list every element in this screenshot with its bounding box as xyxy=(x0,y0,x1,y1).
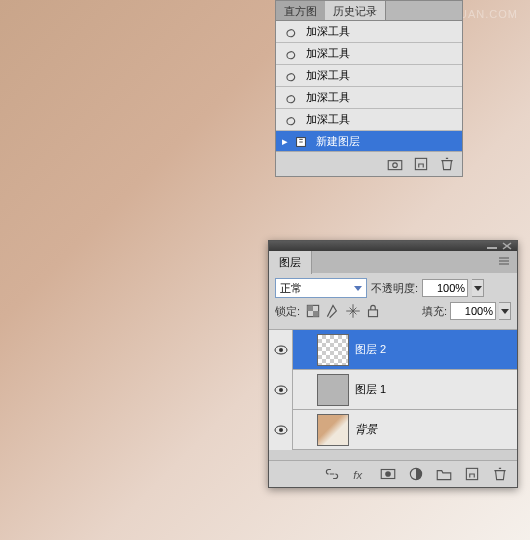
layer-row-selected[interactable]: 图层 2 xyxy=(269,330,517,370)
tab-history[interactable]: 历史记录 xyxy=(325,1,386,20)
visibility-toggle[interactable] xyxy=(269,330,293,370)
chevron-down-icon xyxy=(354,286,362,291)
layer-thumbnail[interactable] xyxy=(317,374,349,406)
layers-tabs: 图层 xyxy=(269,251,517,273)
layer-link-area xyxy=(293,330,311,370)
history-item[interactable]: 加深工具 xyxy=(276,21,462,43)
history-footer xyxy=(276,151,462,176)
svg-rect-6 xyxy=(487,247,497,249)
visibility-toggle[interactable] xyxy=(269,370,293,410)
lock-pixels-icon[interactable] xyxy=(324,303,342,319)
blend-mode-select[interactable]: 正常 xyxy=(275,278,367,298)
trash-icon[interactable] xyxy=(491,466,509,482)
history-item[interactable]: 加深工具 xyxy=(276,43,462,65)
history-item-label: 加深工具 xyxy=(306,112,350,127)
svg-rect-13 xyxy=(369,310,378,317)
history-item[interactable]: 加深工具 xyxy=(276,65,462,87)
fill-input[interactable]: 100% xyxy=(450,302,496,320)
svg-point-17 xyxy=(279,388,283,392)
new-layer-icon xyxy=(292,134,310,150)
layer-row[interactable]: 图层 1 xyxy=(269,370,517,410)
visibility-toggle[interactable] xyxy=(269,410,293,450)
history-tabs: 直方图 历史记录 xyxy=(276,1,462,21)
layer-link-area xyxy=(293,410,311,450)
svg-point-15 xyxy=(279,348,283,352)
lock-all-icon[interactable] xyxy=(364,303,382,319)
history-list: 加深工具 加深工具 加深工具 加深工具 加深工具 ▸ 新建图层 xyxy=(276,21,462,151)
burn-tool-icon xyxy=(282,46,300,62)
history-item[interactable]: 加深工具 xyxy=(276,109,462,131)
layers-footer: fx xyxy=(269,460,517,487)
new-group-icon[interactable] xyxy=(435,466,453,482)
chevron-down-icon xyxy=(474,286,482,291)
layers-titlebar[interactable] xyxy=(269,241,517,251)
history-item-label: 加深工具 xyxy=(306,68,350,83)
layer-name[interactable]: 背景 xyxy=(355,422,377,437)
layer-name[interactable]: 图层 2 xyxy=(355,342,386,357)
layer-mask-icon[interactable] xyxy=(379,466,397,482)
layer-thumbnail[interactable] xyxy=(317,414,349,446)
opacity-slider-toggle[interactable] xyxy=(472,279,484,297)
blend-mode-value: 正常 xyxy=(280,281,302,296)
lock-label: 锁定: xyxy=(275,304,300,319)
panel-menu-icon[interactable] xyxy=(491,255,517,269)
burn-tool-icon xyxy=(282,24,300,40)
fill-label: 填充: xyxy=(422,304,447,319)
minimize-icon[interactable] xyxy=(486,242,498,250)
opacity-label: 不透明度: xyxy=(371,281,418,296)
burn-tool-icon xyxy=(282,68,300,84)
history-item[interactable]: 加深工具 xyxy=(276,87,462,109)
svg-rect-11 xyxy=(307,305,313,311)
new-layer-icon[interactable] xyxy=(463,466,481,482)
history-item-label: 加深工具 xyxy=(306,24,350,39)
history-item-label: 加深工具 xyxy=(306,46,350,61)
layers-list: 图层 2 图层 1 背景 xyxy=(269,330,517,460)
history-item-label: 新建图层 xyxy=(316,134,360,149)
svg-point-22 xyxy=(385,471,391,477)
layer-thumbnail[interactable] xyxy=(317,334,349,366)
svg-rect-12 xyxy=(313,311,319,317)
link-layers-icon[interactable] xyxy=(323,466,341,482)
svg-point-19 xyxy=(279,428,283,432)
new-state-icon[interactable] xyxy=(412,156,430,172)
lock-transparency-icon[interactable] xyxy=(304,303,322,319)
layers-panel: 图层 正常 不透明度: 100% 锁定: 填充: 100% xyxy=(268,240,518,488)
layer-row[interactable]: 背景 xyxy=(269,410,517,450)
history-item-label: 加深工具 xyxy=(306,90,350,105)
lock-position-icon[interactable] xyxy=(344,303,362,319)
chevron-down-icon xyxy=(501,309,509,314)
layer-link-area xyxy=(293,370,311,410)
burn-tool-icon xyxy=(282,112,300,128)
trash-icon[interactable] xyxy=(438,156,456,172)
tab-layers[interactable]: 图层 xyxy=(269,251,312,274)
history-item-selected[interactable]: ▸ 新建图层 xyxy=(276,131,462,151)
layers-controls: 正常 不透明度: 100% 锁定: 填充: 100% xyxy=(269,273,517,330)
layer-name[interactable]: 图层 1 xyxy=(355,382,386,397)
fill-slider-toggle[interactable] xyxy=(499,302,511,320)
tab-histogram[interactable]: 直方图 xyxy=(276,1,325,20)
adjustment-layer-icon[interactable] xyxy=(407,466,425,482)
opacity-input[interactable]: 100% xyxy=(422,279,468,297)
layer-style-icon[interactable]: fx xyxy=(351,466,369,482)
current-state-marker: ▸ xyxy=(282,135,292,148)
snapshot-icon[interactable] xyxy=(386,156,404,172)
history-panel: 直方图 历史记录 加深工具 加深工具 加深工具 加深工具 加深工具 ▸ 新建图层 xyxy=(275,0,463,177)
burn-tool-icon xyxy=(282,90,300,106)
svg-rect-3 xyxy=(388,161,402,170)
close-icon[interactable] xyxy=(501,242,513,250)
svg-text:fx: fx xyxy=(353,469,362,481)
svg-point-4 xyxy=(393,163,398,168)
